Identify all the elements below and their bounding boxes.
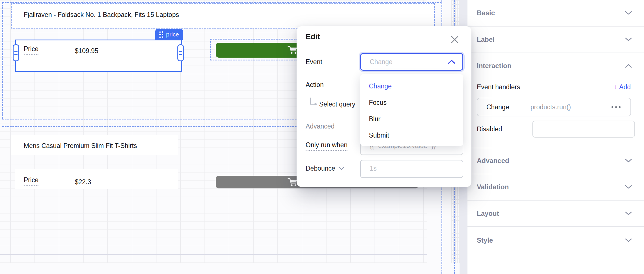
price-value-2: $22.3	[75, 176, 91, 188]
event-options-menu: Change Focus Blur Submit	[360, 74, 463, 146]
handler-event: Change	[486, 98, 509, 116]
app-screen: Fjallraven - Foldsack No. 1 Backpack, Fi…	[0, 0, 644, 274]
query-tree-icon	[310, 97, 318, 107]
chevron-down-icon	[338, 166, 345, 171]
drag-dots-icon	[159, 31, 163, 38]
resize-handle-right[interactable]	[177, 44, 184, 61]
debounce-placeholder: 1s	[370, 165, 377, 172]
chevron-up-icon	[448, 59, 456, 64]
item1-container-top	[2, 2, 441, 3]
handler-action: products.run()	[530, 98, 571, 116]
chevron-down-icon[interactable]	[625, 10, 632, 16]
section-validation[interactable]: Validation	[477, 182, 509, 192]
item1-title-text: Fjallraven - Foldsack No. 1 Backpack, Fi…	[24, 8, 179, 21]
event-select[interactable]: Change	[360, 53, 463, 71]
price-widget-badge-label: price	[166, 31, 179, 38]
event-select-value: Change	[370, 58, 393, 66]
price-label-1: Price	[24, 45, 38, 55]
chevron-up-icon[interactable]	[625, 63, 632, 68]
disabled-label: Disabled	[477, 124, 502, 134]
chevron-down-icon[interactable]	[625, 238, 632, 243]
debounce-input[interactable]: 1s	[360, 160, 463, 178]
section-divider	[467, 148, 644, 148]
event-label: Event	[306, 57, 322, 67]
action-select-value[interactable]: Select query	[319, 99, 355, 109]
canvas-guide-line	[0, 254, 427, 255]
more-options-icon[interactable]	[612, 98, 621, 116]
section-label[interactable]: Label	[477, 34, 495, 45]
edit-modal: Edit Event Change Action Select query Ad…	[297, 26, 471, 187]
price-value-1: $109.95	[75, 45, 98, 57]
close-icon[interactable]	[451, 35, 459, 44]
section-style[interactable]: Style	[477, 235, 493, 245]
section-divider	[467, 200, 644, 201]
price-widget-1[interactable]	[15, 40, 182, 72]
event-handler-row[interactable]: Change products.run()	[477, 98, 631, 116]
add-event-handler-link[interactable]: + Add	[614, 82, 631, 92]
section-divider	[467, 26, 644, 27]
debounce-label[interactable]: Debounce	[306, 163, 345, 173]
section-divider	[467, 53, 644, 53]
section-layout[interactable]: Layout	[477, 208, 499, 219]
item2-title-text: Mens Casual Premium Slim Fit T-Shirts	[24, 140, 137, 152]
modal-title: Edit	[306, 32, 320, 41]
price-widget-badge[interactable]: price	[155, 29, 183, 40]
disabled-input[interactable]	[532, 121, 635, 138]
inspector-panel: Basic Label Interaction Event handlers +…	[467, 0, 644, 274]
item1-container-left	[2, 2, 3, 119]
section-divider	[467, 226, 644, 227]
section-interaction[interactable]: Interaction	[477, 61, 512, 71]
chevron-down-icon[interactable]	[625, 37, 632, 42]
chevron-down-icon[interactable]	[625, 158, 632, 163]
menu-option-focus[interactable]: Focus	[369, 96, 387, 109]
price-widget-2[interactable]	[15, 169, 178, 189]
section-divider	[467, 174, 644, 174]
price-label-2: Price	[24, 176, 38, 186]
chevron-down-icon[interactable]	[625, 211, 632, 216]
action-label: Action	[306, 80, 324, 90]
section-basic[interactable]: Basic	[477, 8, 495, 18]
event-handlers-label: Event handlers	[477, 82, 520, 92]
advanced-section-label: Advanced	[306, 121, 334, 131]
section-advanced[interactable]: Advanced	[477, 156, 509, 166]
resize-handle-left[interactable]	[13, 44, 19, 61]
chevron-down-icon[interactable]	[625, 184, 632, 190]
only-run-when-label: Only run when	[306, 141, 347, 151]
menu-option-blur[interactable]: Blur	[369, 113, 380, 125]
menu-option-change[interactable]: Change	[369, 80, 392, 92]
menu-option-submit[interactable]: Submit	[369, 129, 389, 142]
